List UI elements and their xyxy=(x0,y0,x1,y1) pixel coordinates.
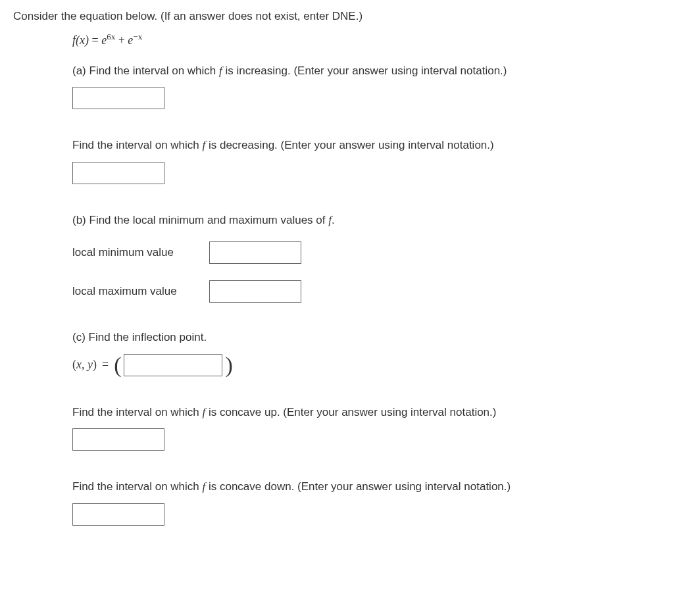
eq-e1: e xyxy=(101,34,107,47)
inflection-point-row: (x, y) = ( ) xyxy=(72,354,687,376)
local-max-input[interactable] xyxy=(209,280,301,303)
eq-x: x xyxy=(80,34,85,47)
comma-text: , xyxy=(82,358,88,371)
prompt-text: Find the interval on which xyxy=(72,139,203,151)
part-a-increasing-prompt: (a) Find the interval on which f is incr… xyxy=(72,63,687,80)
prompt-text: Find the interval on which xyxy=(72,406,203,418)
concave-up-prompt: Find the interval on which f is concave … xyxy=(72,404,687,421)
left-paren: ( xyxy=(114,354,121,376)
prompt-text: (b) Find the local minimum and maximum v… xyxy=(72,214,328,226)
decreasing-interval-input[interactable] xyxy=(72,162,164,184)
intro-text: Consider the equation below. (If an answ… xyxy=(13,8,687,25)
prompt-text: is concave up. (Enter your answer using … xyxy=(205,406,496,418)
eq-f: f xyxy=(72,34,76,47)
prompt-text: is decreasing. (Enter your answer using … xyxy=(205,139,493,151)
inflection-point-input[interactable] xyxy=(124,354,222,376)
local-min-input[interactable] xyxy=(209,241,301,264)
prompt-text: . xyxy=(332,214,335,226)
y-var: y xyxy=(88,358,93,371)
equals-sign: = xyxy=(102,356,109,374)
eq-exp2: −x xyxy=(133,32,142,41)
x-var: x xyxy=(76,358,82,371)
xy-label: (x, y) xyxy=(72,356,97,374)
prompt-text: is increasing. (Enter your answer using … xyxy=(222,64,507,77)
eq-equals: = xyxy=(92,34,99,47)
local-min-label: local minimum value xyxy=(72,244,197,261)
right-paren: ) xyxy=(225,354,232,376)
concave-down-input[interactable] xyxy=(72,503,164,526)
part-b-prompt: (b) Find the local minimum and maximum v… xyxy=(72,212,687,229)
eq-plus: + xyxy=(118,34,125,47)
prompt-text: Find the interval on which xyxy=(72,480,203,493)
paren-text: ) xyxy=(93,358,97,371)
concave-down-prompt: Find the interval on which f is concave … xyxy=(72,478,687,495)
equation: f(x) = e6x + e−x xyxy=(72,30,687,49)
eq-exp1: 6x xyxy=(107,32,115,41)
part-c-prompt: (c) Find the inflection point. xyxy=(72,329,687,346)
prompt-text: (a) Find the interval on which xyxy=(72,64,219,77)
part-a-decreasing-prompt: Find the interval on which f is decreasi… xyxy=(72,137,687,154)
concave-up-input[interactable] xyxy=(72,428,164,451)
increasing-interval-input[interactable] xyxy=(72,87,164,109)
local-max-label: local maximum value xyxy=(72,283,197,300)
prompt-text: is concave down. (Enter your answer usin… xyxy=(205,480,511,493)
